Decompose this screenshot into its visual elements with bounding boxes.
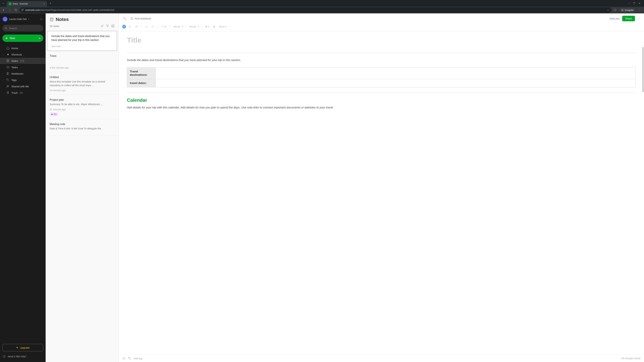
nav-label: Home [12, 47, 18, 50]
table-cell-label[interactable]: travel dates: [127, 79, 156, 87]
table-cell-label[interactable]: Travel destinations: [127, 67, 156, 79]
sidebar-item-notes[interactable]: Notes (10) [0, 58, 46, 64]
bold-button[interactable]: B [212, 24, 216, 29]
add-tag-input[interactable]: Add tag [134, 357, 142, 360]
sidebar-item-tasks[interactable]: Tasks [0, 64, 46, 70]
sidebar-item-shared[interactable]: Shared with Me [0, 83, 46, 89]
new-tab-button[interactable]: + [48, 2, 53, 5]
note-card-title: Meeting note [50, 122, 114, 126]
search-input[interactable] [9, 27, 41, 30]
tab-close-icon[interactable]: × [44, 2, 45, 5]
incognito-badge[interactable]: Incognito [619, 8, 635, 12]
svg-rect-26 [112, 25, 114, 27]
calendar-paragraph[interactable]: Add details for your trip with this cale… [127, 105, 636, 110]
note-card[interactable]: Trave a few minutes ago [46, 51, 118, 72]
back-button[interactable] [1, 8, 6, 12]
undo-icon[interactable] [144, 24, 149, 29]
note-card-title: Include the dates and travel destination… [51, 34, 113, 42]
table-cell-value[interactable] [156, 67, 636, 79]
svg-rect-32 [136, 26, 138, 28]
editor-column: First Notebook Only you Share ⋯ + AI Mix… [118, 13, 644, 362]
tab-title: Notes - Evernote [13, 3, 42, 5]
svg-point-31 [129, 26, 131, 28]
chevron-right-icon[interactable]: ▸ [3, 54, 4, 55]
editor-body[interactable]: Title Include the dates and travel desti… [118, 31, 644, 355]
share-button[interactable]: Share [622, 16, 635, 21]
note-card[interactable]: Include the dates and travel destination… [47, 31, 117, 51]
calendar-heading[interactable]: Calendar [127, 97, 636, 103]
note-card[interactable]: Project plan Summary To be able to etc. … [46, 95, 118, 119]
notebook-link[interactable]: First Notebook [131, 17, 151, 20]
table-cell-value[interactable] [156, 79, 636, 87]
insert-plus-icon[interactable]: + [122, 25, 126, 28]
note-card-title: Project plan [50, 98, 114, 102]
incognito-label: Incognito [625, 9, 634, 11]
view-icon[interactable] [111, 24, 114, 27]
people-icon [6, 85, 10, 88]
note-title-input[interactable]: Title [127, 36, 636, 44]
note-card-title: Untitled [50, 75, 114, 79]
chevron-right-icon[interactable]: ▸ [3, 79, 4, 81]
home-icon [6, 46, 10, 50]
chevron-right-icon[interactable]: ▸ [3, 73, 4, 74]
scrollbar-thumb[interactable] [642, 47, 644, 92]
task-badge: 0/1 [50, 112, 58, 116]
calendar-icon[interactable] [134, 24, 139, 29]
redo-icon[interactable] [150, 24, 156, 29]
expand-icon[interactable] [122, 16, 127, 21]
minimize-icon[interactable]: ─ [628, 2, 630, 5]
browser-menu-icon[interactable]: ⋮ [637, 8, 641, 12]
gear-icon[interactable] [40, 17, 43, 21]
sidebar-item-shortcuts[interactable]: ▸ ★ Shortcuts [0, 51, 46, 58]
note-card[interactable]: Untitled About this template Use this te… [46, 72, 118, 95]
more-icon[interactable]: ⋯ [638, 17, 640, 20]
note-card[interactable]: Meeting note Date & Time 8 AM- 9 AM Goal… [46, 119, 118, 136]
badge-dot-icon [51, 114, 53, 115]
new-button[interactable]: New [2, 34, 43, 42]
site-info-icon[interactable] [22, 9, 24, 11]
notes-list-column: Notes 10 notes Include the dates and tra… [46, 13, 118, 362]
filter-icon[interactable] [106, 24, 109, 27]
bookmark-star-icon[interactable]: ☆ [607, 8, 609, 12]
browser-tab[interactable]: Notes - Evernote × [7, 1, 47, 7]
close-window-icon[interactable]: ✕ [639, 2, 641, 5]
travel-table[interactable]: Travel destinations: travel dates: [127, 67, 636, 87]
tab-search-dropdown[interactable] [1, 1, 5, 5]
nav-label: Shortcuts [12, 53, 22, 56]
intro-paragraph[interactable]: Include the dates and travel destination… [127, 58, 636, 62]
text-color-icon[interactable]: ▾ [204, 24, 211, 29]
reminder-icon[interactable] [122, 357, 126, 360]
task-icon[interactable] [127, 24, 133, 29]
sidebar-item-home[interactable]: Home [0, 45, 46, 51]
table-row[interactable]: Travel destinations: [127, 67, 636, 79]
sidebar-item-tags[interactable]: ▸ Tags [0, 77, 46, 83]
upgrade-label: Upgrade [20, 346, 30, 349]
avatar [3, 17, 8, 21]
new-button-label: New [10, 37, 15, 40]
ai-button[interactable]: AI [160, 24, 168, 29]
font-family-select[interactable]: Mixed [172, 24, 184, 29]
side-panel-icon[interactable] [613, 8, 617, 12]
sidebar-item-notebooks[interactable]: ▸ Notebooks [0, 70, 46, 77]
lightning-icon [16, 346, 18, 349]
address-bar[interactable]: evernote.com/client/web?login=true#/note… [20, 7, 611, 13]
notes-header: Notes [46, 13, 118, 24]
help-link[interactable]: ? Need a little help? [0, 353, 46, 360]
scrollbar-track[interactable] [642, 23, 644, 352]
reload-button[interactable] [14, 8, 18, 12]
sidebar-item-trash[interactable]: Trash (9) [0, 89, 46, 96]
more-format-button[interactable]: More ▾ [218, 24, 228, 29]
add-tag-icon[interactable] [128, 357, 131, 360]
table-row[interactable]: travel dates: [127, 79, 636, 87]
chevron-down-icon [38, 37, 40, 39]
help-icon: ? [3, 355, 6, 358]
user-menu[interactable]: Lauren Dale Deli ▾ [3, 17, 29, 21]
upgrade-button[interactable]: Upgrade [2, 344, 43, 351]
maximize-icon[interactable]: ❐ [633, 2, 635, 5]
sort-icon[interactable] [100, 24, 104, 27]
forward-button[interactable] [8, 8, 12, 12]
svg-point-34 [206, 26, 207, 27]
font-size-select[interactable]: Mixed [188, 24, 200, 29]
app: Lauren Dale Deli ▾ New Home [0, 13, 644, 362]
search-box[interactable] [2, 25, 43, 31]
